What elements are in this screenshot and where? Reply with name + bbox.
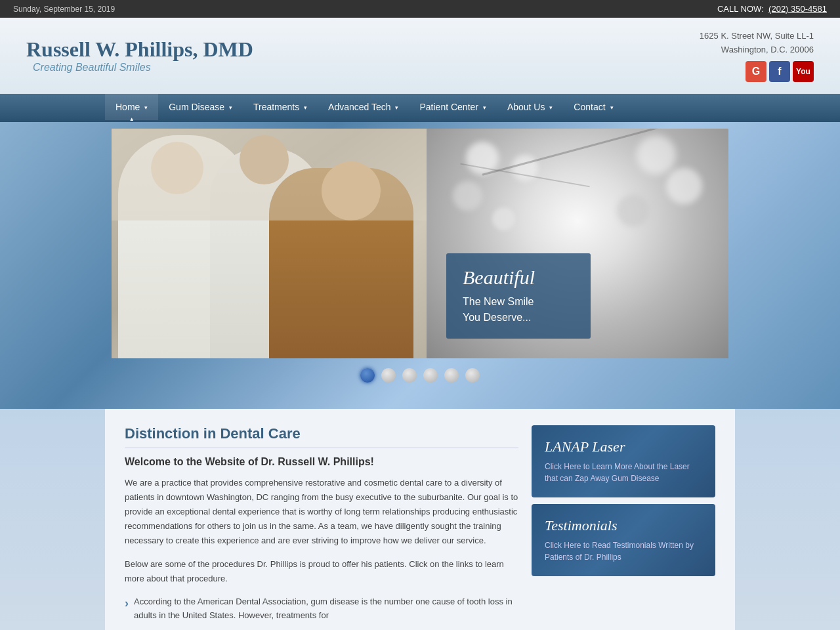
hero-overlay: Beautiful The New SmileYou Deserve...: [446, 253, 591, 339]
chevron-down-icon: ▾: [229, 104, 232, 111]
nav-link-contact[interactable]: Contact ▾: [563, 94, 623, 120]
list-item-text: According to the American Dental Associa…: [134, 595, 518, 623]
chevron-down-icon: ▾: [483, 104, 486, 111]
nav-link-advanced-tech[interactable]: Advanced Tech ▾: [318, 94, 409, 120]
main-nav: Home ▾ Gum Disease ▾ Treatments ▾ Advanc…: [0, 94, 840, 122]
slide-left: [112, 129, 427, 358]
nav-item-gum-disease[interactable]: Gum Disease ▾: [158, 94, 243, 122]
call-label: CALL NOW:: [717, 4, 764, 14]
slide-right: Beautiful The New SmileYou Deserve...: [427, 129, 728, 358]
chevron-down-icon: ▾: [610, 104, 614, 111]
slide-dot-1[interactable]: [360, 368, 375, 383]
hero-section: Beautiful The New SmileYou Deserve...: [0, 122, 840, 409]
hero-photo: [112, 129, 427, 358]
chevron-down-icon: ▾: [144, 104, 148, 111]
lanap-card-title: LANAP Laser: [545, 438, 702, 455]
slide-dot-3[interactable]: [402, 368, 417, 383]
list-item-wrap: › According to the American Dental Assoc…: [125, 595, 518, 623]
nav-link-about-us[interactable]: About Us ▾: [497, 94, 563, 120]
nav-item-contact[interactable]: Contact ▾: [563, 94, 623, 122]
date-display: Sunday, September 15, 2019: [13, 5, 115, 14]
site-tagline: Creating Beautiful Smiles: [33, 62, 253, 74]
nav-item-home[interactable]: Home ▾: [105, 94, 158, 122]
paragraph-1: We are a practice that provides comprehe…: [125, 476, 518, 548]
nav-item-advanced-tech[interactable]: Advanced Tech ▾: [318, 94, 409, 122]
nav-link-patient-center[interactable]: Patient Center ▾: [409, 94, 496, 120]
google-icon[interactable]: G: [746, 61, 766, 82]
lanap-card[interactable]: LANAP Laser Click Here to Learn More Abo…: [532, 425, 715, 497]
testimonials-card-title: Testimonials: [545, 517, 702, 534]
overlay-subtitle: The New SmileYou Deserve...: [463, 294, 574, 326]
welcome-heading: Welcome to the Website of Dr. Russell W.…: [125, 456, 518, 468]
address-line2: Washington, D.C. 20006: [700, 43, 814, 57]
address-line1: 1625 K. Street NW, Suite LL-1: [700, 30, 814, 43]
chevron-down-icon: ▾: [395, 104, 398, 111]
phone-link[interactable]: (202) 350-4581: [768, 4, 827, 14]
nav-item-patient-center[interactable]: Patient Center ▾: [409, 94, 496, 122]
main-text: Distinction in Dental Care Welcome to th…: [125, 425, 518, 623]
page-heading: Distinction in Dental Care: [125, 425, 518, 448]
header-right: 1625 K. Street NW, Suite LL-1 Washington…: [700, 30, 814, 82]
list-arrow-icon: ›: [125, 597, 129, 610]
nav-link-home[interactable]: Home ▾: [105, 94, 158, 120]
content-inner: Distinction in Dental Care Welcome to th…: [105, 409, 735, 630]
slide-dot-6[interactable]: [465, 368, 480, 383]
content-wrap: Distinction in Dental Care Welcome to th…: [0, 409, 840, 630]
lanap-card-desc: Click Here to Learn More About the Laser…: [545, 461, 702, 484]
overlay-title: Beautiful: [463, 266, 574, 289]
slide-dot-4[interactable]: [423, 368, 438, 383]
slideshow: Beautiful The New SmileYou Deserve...: [112, 129, 728, 358]
facebook-icon[interactable]: f: [769, 61, 790, 82]
slide-dots: [105, 358, 735, 389]
address: 1625 K. Street NW, Suite LL-1 Washington…: [700, 30, 814, 57]
sidebar: LANAP Laser Click Here to Learn More Abo…: [532, 425, 715, 623]
nav-link-gum-disease[interactable]: Gum Disease ▾: [158, 94, 243, 120]
slide-dot-5[interactable]: [444, 368, 459, 383]
chevron-down-icon: ▾: [549, 104, 553, 111]
testimonials-card-desc: Click Here to Read Testimonials Written …: [545, 539, 702, 563]
testimonials-card[interactable]: Testimonials Click Here to Read Testimon…: [532, 504, 715, 576]
nav-link-treatments[interactable]: Treatments ▾: [243, 94, 318, 120]
nav-list: Home ▾ Gum Disease ▾ Treatments ▾ Advanc…: [0, 94, 840, 122]
site-title: Russell W. Phillips, DMD: [26, 37, 253, 62]
header: Russell W. Phillips, DMD Creating Beauti…: [0, 18, 840, 94]
chevron-down-icon: ▾: [304, 104, 307, 111]
top-bar: Sunday, September 15, 2019 CALL NOW: (20…: [0, 0, 840, 18]
paragraph-2: Below are some of the procedures Dr. Phi…: [125, 557, 518, 586]
nav-item-about-us[interactable]: About Us ▾: [497, 94, 563, 122]
call-now: CALL NOW: (202) 350-4581: [717, 4, 827, 14]
nav-item-treatments[interactable]: Treatments ▾: [243, 94, 318, 122]
social-icons: G f You: [700, 61, 814, 82]
youtube-icon[interactable]: You: [793, 61, 814, 82]
logo: Russell W. Phillips, DMD Creating Beauti…: [26, 37, 253, 74]
slide-dot-2[interactable]: [381, 368, 396, 383]
